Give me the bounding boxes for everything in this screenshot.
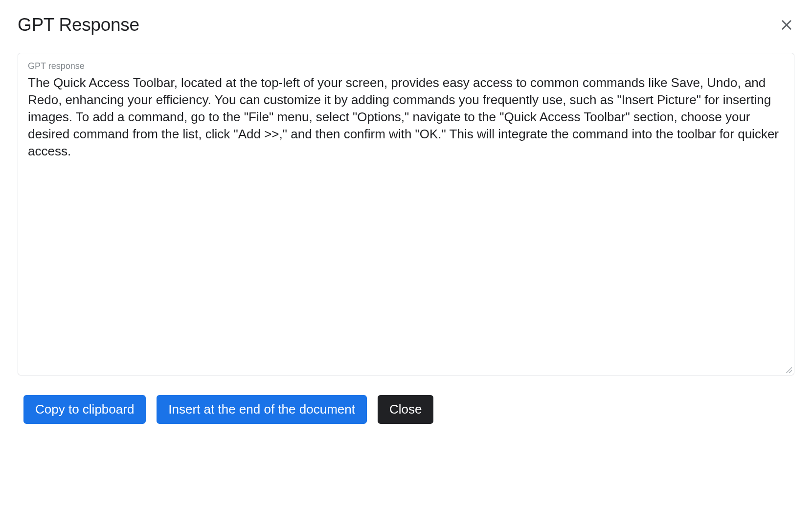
dialog-header: GPT Response bbox=[18, 15, 794, 35]
close-icon[interactable] bbox=[779, 17, 794, 33]
response-container: GPT response The Quick Access Toolbar, l… bbox=[18, 53, 794, 375]
copy-to-clipboard-button[interactable]: Copy to clipboard bbox=[23, 395, 146, 424]
response-text[interactable]: The Quick Access Toolbar, located at the… bbox=[28, 74, 784, 160]
svg-line-2 bbox=[786, 367, 792, 373]
dialog-title: GPT Response bbox=[18, 15, 139, 35]
svg-line-3 bbox=[789, 370, 792, 373]
resize-handle-icon[interactable] bbox=[785, 366, 792, 373]
response-label: GPT response bbox=[28, 61, 784, 71]
close-button[interactable]: Close bbox=[378, 395, 433, 424]
button-row: Copy to clipboard Insert at the end of t… bbox=[18, 395, 794, 424]
insert-end-document-button[interactable]: Insert at the end of the document bbox=[157, 395, 367, 424]
